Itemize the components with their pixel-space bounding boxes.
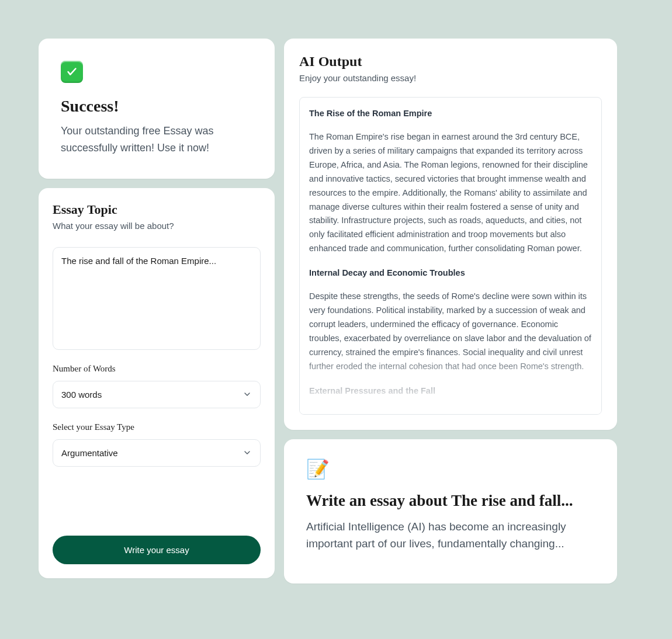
write-essay-button[interactable]: Write your essay [53, 536, 261, 564]
essay-content: The Rise of the Roman Empire The Roman E… [309, 107, 592, 415]
essay-heading-2: Internal Decay and Economic Troubles [309, 266, 592, 280]
form-card: Essay Topic What your essay will be abou… [39, 188, 275, 578]
suggestion-card[interactable]: 📝 Write an essay about The rise and fall… [284, 439, 617, 584]
essay-paragraph-3: Externally, the empire faced relentless … [309, 408, 592, 415]
output-title: AI Output [299, 54, 602, 70]
essay-paragraph-1: The Roman Empire's rise began in earnest… [309, 130, 592, 256]
essay-type-select[interactable]: Argumentative [53, 439, 261, 467]
output-card: AI Output Enjoy your outstanding essay! … [284, 39, 617, 430]
suggestion-title: Write an essay about The rise and fall..… [306, 492, 595, 510]
essay-heading-1: The Rise of the Roman Empire [309, 107, 592, 121]
memo-icon: 📝 [306, 458, 595, 480]
type-label: Select your Essay Type [53, 422, 261, 432]
type-value: Argumentative [61, 448, 118, 458]
words-select[interactable]: 300 words [53, 381, 261, 408]
success-card: Success! Your outstanding free Essay was… [39, 39, 275, 179]
words-value: 300 words [61, 390, 102, 400]
success-title: Success! [61, 97, 252, 116]
essay-topic-input[interactable] [53, 247, 261, 350]
checkmark-icon [61, 61, 83, 83]
words-label: Number of Words [53, 364, 261, 374]
form-subtitle: What your essay will be about? [53, 221, 261, 231]
essay-heading-3: External Pressures and the Fall [309, 384, 592, 398]
suggestion-body: Artificial Intelligence (AI) has become … [306, 518, 595, 553]
form-title: Essay Topic [53, 202, 261, 217]
chevron-down-icon [243, 448, 252, 457]
success-body: Your outstanding free Essay was successf… [61, 123, 252, 157]
essay-paragraph-2: Despite these strengths, the seeds of Ro… [309, 290, 592, 374]
essay-output-box[interactable]: The Rise of the Roman Empire The Roman E… [299, 97, 602, 415]
output-subtitle: Enjoy your outstanding essay! [299, 73, 602, 83]
chevron-down-icon [243, 390, 252, 399]
